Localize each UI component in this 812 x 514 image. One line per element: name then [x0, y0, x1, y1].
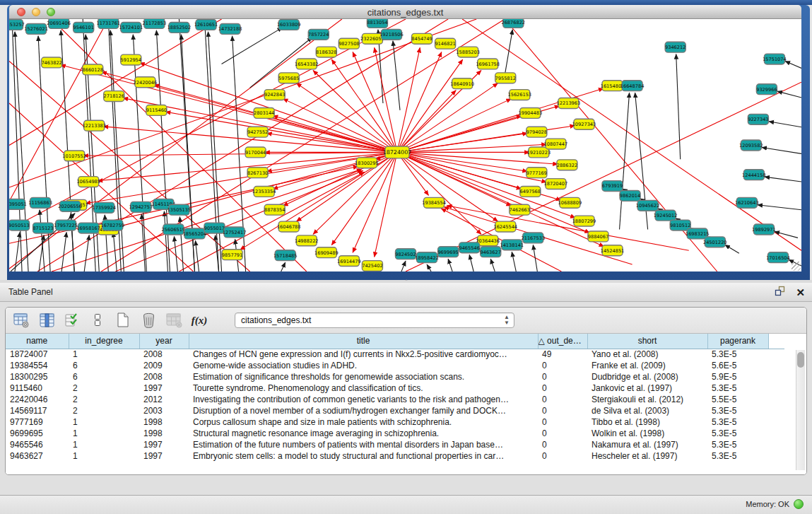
graph-node[interactable]: 7462663: [510, 204, 530, 215]
close-panel-icon[interactable]: ✕: [796, 286, 805, 299]
float-panel-icon[interactable]: [775, 286, 786, 299]
table-row[interactable]: 969969511998Structural magnetic resonanc…: [6, 428, 784, 439]
graph-node[interactable]: 16958167: [76, 223, 100, 233]
graph-node[interactable]: 19904483: [519, 107, 543, 118]
black-edge[interactable]: [174, 236, 177, 271]
graph-node[interactable]: 7955812: [495, 73, 516, 83]
graph-node[interactable]: 17359924: [92, 202, 116, 213]
graph-node[interactable]: 9346212: [665, 42, 686, 52]
black-edge[interactable]: [208, 32, 222, 271]
table-selector-dropdown[interactable]: citations_edges.txt ▲▼: [235, 313, 514, 328]
graph-node[interactable]: 18300295: [355, 158, 379, 168]
memory-status-led-icon[interactable]: [794, 499, 804, 509]
graph-node[interactable]: 12213383: [82, 120, 106, 131]
graph-node[interactable]: 16245544: [493, 221, 517, 232]
graph-node[interactable]: 26876822: [501, 19, 525, 28]
graph-node[interactable]: 12752417: [223, 227, 247, 238]
black-edge[interactable]: [38, 36, 50, 271]
graph-node[interactable]: 5975685: [278, 73, 299, 83]
graph-node[interactable]: 18724007: [383, 146, 412, 158]
column-header-in_degree[interactable]: in_degree: [69, 334, 139, 349]
red-edge[interactable]: [397, 152, 547, 182]
table-row[interactable]: 946362711997Embryonic stem cells: a mode…: [6, 450, 784, 462]
graph-node[interactable]: 9546101: [73, 22, 93, 33]
graph-node[interactable]: 16648784: [620, 81, 645, 91]
red-edge[interactable]: [83, 152, 397, 156]
graph-node[interactable]: 6497568: [520, 187, 541, 197]
graph-node[interactable]: 8186328: [316, 47, 336, 57]
network-window-titlebar[interactable]: citations_edges.txt: [9, 5, 801, 19]
graph-node[interactable]: 22420046: [134, 77, 158, 88]
graph-node[interactable]: 10927343: [572, 119, 596, 129]
graph-node[interactable]: 18958422: [415, 252, 439, 263]
graph-node[interactable]: 12353354: [252, 187, 276, 197]
graph-node[interactable]: 20206556: [58, 201, 82, 211]
graph-node[interactable]: 14524851: [601, 245, 625, 256]
graph-node[interactable]: 9824502: [395, 249, 416, 259]
black-edge[interactable]: [676, 54, 681, 160]
black-edge[interactable]: [620, 93, 630, 229]
black-edge[interactable]: [448, 259, 452, 271]
graph-node[interactable]: 18720407: [544, 179, 568, 189]
graph-node[interactable]: 13505135: [167, 204, 192, 215]
red-edge[interactable]: [61, 65, 397, 153]
black-edge[interactable]: [401, 261, 406, 271]
graph-node[interactable]: 9463627: [481, 247, 501, 257]
graph-node[interactable]: 12942757: [129, 201, 153, 212]
graph-node[interactable]: 10654985: [76, 177, 100, 187]
black-edge[interactable]: [769, 122, 801, 127]
table-row[interactable]: 1872400712008Changes of HCN gene express…: [6, 349, 784, 360]
new-table-icon[interactable]: [114, 313, 131, 328]
graph-node[interactable]: 21167533: [522, 233, 546, 243]
black-edge[interactable]: [765, 177, 801, 182]
table-settings-icon[interactable]: [13, 313, 30, 328]
table-row[interactable]: 911546021997Tourette syndrome. Phenomeno…: [6, 382, 784, 394]
graph-node[interactable]: 9862014: [620, 190, 640, 201]
graph-node[interactable]: 9170044: [245, 147, 266, 158]
table-column-icon[interactable]: [38, 313, 55, 328]
graph-node[interactable]: 12610651: [194, 19, 218, 30]
black-edge[interactable]: [777, 91, 801, 98]
black-edge[interactable]: [113, 232, 117, 271]
graph-node[interactable]: 9227343: [748, 114, 768, 124]
graph-node[interactable]: 8715123: [33, 223, 53, 233]
black-edge[interactable]: [469, 255, 473, 271]
graph-node[interactable]: 2718126: [104, 91, 124, 102]
red-edge[interactable]: [9, 19, 406, 230]
canvas-resize-grip[interactable]: [792, 262, 801, 271]
graph-node[interactable]: 5912954: [121, 54, 141, 65]
graph-node[interactable]: 9050513: [9, 220, 30, 230]
graph-node[interactable]: 19384554: [422, 197, 446, 208]
black-edge[interactable]: [84, 235, 89, 271]
graph-node[interactable]: 16782759: [100, 220, 124, 230]
table-row[interactable]: 1938455462009Genome-wide association stu…: [6, 360, 784, 371]
graph-node[interactable]: 15885203: [456, 47, 480, 57]
black-edge[interactable]: [758, 205, 801, 210]
graph-node[interactable]: 15751074: [763, 54, 787, 64]
row-height-icon[interactable]: [89, 313, 106, 328]
table-scrollbar-thumb[interactable]: [797, 352, 804, 368]
graph-node[interactable]: 19395051: [9, 199, 27, 209]
column-header-pagerank[interactable]: pagerank: [707, 334, 768, 349]
graph-node[interactable]: 9699695: [437, 247, 458, 257]
graph-node[interactable]: 25606519: [162, 224, 186, 235]
select-columns-icon[interactable]: [64, 313, 81, 328]
graph-node[interactable]: 10688809: [558, 197, 582, 208]
graph-node[interactable]: 16046788: [277, 221, 301, 232]
graph-node[interactable]: 18852502: [167, 22, 192, 33]
graph-node[interactable]: 12444158: [742, 170, 766, 180]
graph-node[interactable]: 17957225: [54, 220, 78, 230]
graph-node[interactable]: 11731761: [96, 19, 120, 28]
black-edge[interactable]: [725, 245, 739, 253]
graph-node[interactable]: 9115460: [146, 105, 167, 115]
graph-node[interactable]: 9857791: [222, 250, 242, 260]
graph-node[interactable]: 14732188: [218, 23, 242, 34]
graph-node[interactable]: 10807447: [544, 139, 568, 149]
graph-node[interactable]: 16914479: [337, 256, 361, 267]
graph-node[interactable]: 8660128: [83, 64, 103, 75]
black-edge[interactable]: [490, 259, 495, 271]
network-canvas[interactable]: 1872400723226055982750881863281654338259…: [9, 19, 801, 271]
graph-node[interactable]: 14988222: [295, 235, 319, 246]
column-header-out_de…[interactable]: △ out_de…: [538, 334, 587, 349]
graph-node[interactable]: 19218506: [379, 29, 404, 40]
